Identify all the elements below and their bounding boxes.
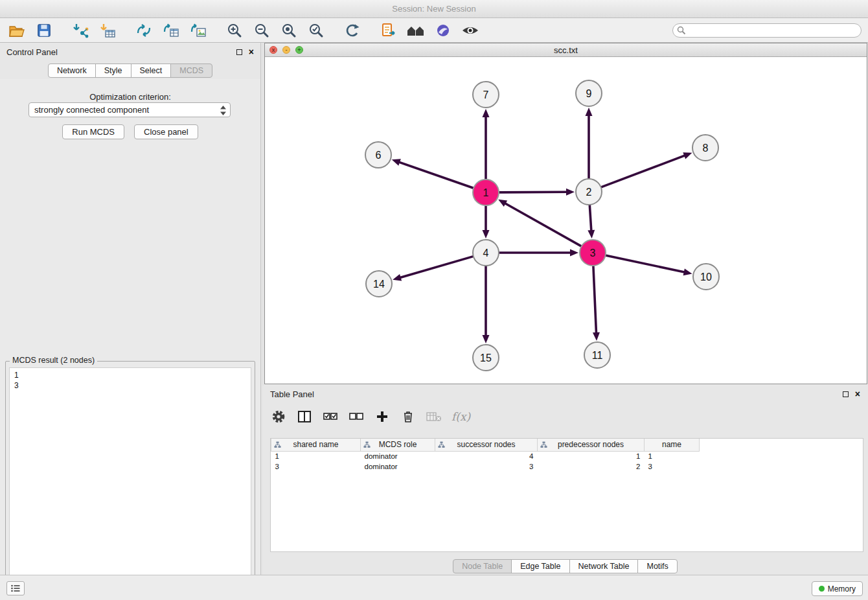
cell-shared-name[interactable]: 3	[271, 461, 361, 472]
clone-network-icon[interactable]	[161, 21, 181, 40]
window-close-icon[interactable]: x	[269, 46, 277, 54]
cell-predecessor-nodes[interactable]: 1	[538, 451, 645, 461]
cell-successor-nodes[interactable]: 3	[435, 461, 538, 472]
graph-node-label: 9	[586, 88, 592, 99]
tab-network-table[interactable]: Network Table	[569, 559, 639, 573]
show-hide-icon[interactable]	[460, 21, 481, 40]
mcds-result-item[interactable]: 1	[14, 370, 246, 380]
export-image-icon[interactable]	[188, 21, 209, 40]
graph-edge-arrow	[483, 109, 490, 117]
graph-edge-arrow	[593, 332, 600, 341]
graph-edge[interactable]	[499, 192, 567, 192]
select-all-icon[interactable]	[322, 408, 339, 425]
optimization-select[interactable]: strongly connected component	[29, 102, 231, 117]
status-bar: Memory	[0, 575, 868, 600]
cell-shared-name[interactable]: 1	[271, 451, 361, 461]
close-panel-button[interactable]: Close panel	[134, 124, 198, 139]
graph-edge[interactable]	[606, 255, 685, 272]
cell-successor-nodes[interactable]: 4	[435, 451, 538, 461]
toolbar-search-input[interactable]	[672, 23, 862, 38]
tab-network[interactable]: Network	[48, 63, 96, 78]
cell-predecessor-nodes[interactable]: 2	[538, 461, 645, 472]
control-panel-tabs: Network Style Select MCDS	[0, 63, 260, 78]
graph-node-label: 4	[483, 248, 489, 259]
column-header-shared-name[interactable]: shared name	[271, 439, 361, 451]
memory-label: Memory	[828, 584, 856, 594]
window-title: Session: New Session	[392, 4, 475, 14]
add-column-icon[interactable]	[374, 408, 391, 425]
node-table[interactable]: shared name MCDS role successor nodes pr…	[270, 438, 863, 552]
graph-node-label: 11	[592, 350, 603, 361]
cell-mcds-role[interactable]: dominator	[361, 461, 435, 472]
graph-edge[interactable]	[593, 266, 597, 334]
vizmapper-icon[interactable]	[433, 21, 453, 40]
close-panel-icon[interactable]: ×	[855, 389, 860, 398]
cell-name[interactable]: 3	[645, 461, 700, 472]
first-neighbors-icon[interactable]	[133, 21, 154, 40]
delete-table-icon[interactable]	[426, 408, 442, 425]
import-table-icon[interactable]	[97, 21, 118, 40]
zoom-out-icon[interactable]	[251, 21, 272, 40]
function-builder-icon[interactable]: f(x)	[451, 410, 470, 423]
network-analyzer-icon[interactable]	[405, 21, 426, 40]
mcds-result-list[interactable]: 1 3	[9, 367, 251, 597]
deselect-all-icon[interactable]	[348, 408, 365, 425]
mcds-panel-body: Optimization criterion: strongly connect…	[0, 79, 260, 575]
graph-edge[interactable]	[398, 162, 473, 188]
gear-icon[interactable]	[270, 408, 287, 425]
tab-edge-table[interactable]: Edge Table	[511, 559, 569, 573]
table-row[interactable]: 1 dominator 4 1 1	[271, 451, 700, 461]
table-panel-title: Table Panel	[270, 389, 314, 399]
float-panel-icon[interactable]	[236, 49, 242, 55]
network-window-title: scc.txt	[554, 45, 578, 55]
tab-select[interactable]: Select	[131, 63, 172, 78]
column-type-icon	[363, 441, 371, 448]
zoom-fit-icon[interactable]	[279, 21, 299, 40]
delete-column-icon[interactable]	[400, 408, 417, 425]
window-minimize-icon[interactable]: -	[282, 46, 290, 54]
zoom-selected-icon[interactable]	[306, 21, 326, 40]
run-mcds-button[interactable]: Run MCDS	[62, 124, 124, 139]
column-header-successor-nodes[interactable]: successor nodes	[435, 439, 538, 451]
columns-icon[interactable]	[296, 408, 313, 425]
float-panel-icon[interactable]	[843, 391, 849, 397]
copy-network-icon[interactable]	[378, 21, 399, 40]
network-window-titlebar[interactable]: x - + scc.txt	[265, 43, 867, 57]
cell-mcds-role[interactable]: dominator	[361, 451, 435, 461]
mcds-result-item[interactable]: 3	[14, 380, 246, 391]
memory-button[interactable]: Memory	[812, 581, 863, 596]
column-header-predecessor-nodes[interactable]: predecessor nodes	[538, 439, 645, 451]
graph-edge[interactable]	[602, 156, 685, 187]
graph-edge[interactable]	[400, 257, 473, 278]
column-header-mcds-role[interactable]: MCDS role	[361, 439, 435, 451]
open-file-icon[interactable]	[6, 21, 27, 40]
zoom-in-icon[interactable]	[224, 21, 245, 40]
tab-node-table[interactable]: Node Table	[453, 559, 512, 573]
graph-node-label: 14	[373, 279, 385, 290]
column-type-icon	[540, 441, 547, 448]
column-type-icon	[438, 441, 445, 448]
optimization-select-value: strongly connected component	[34, 105, 149, 115]
table-row[interactable]: 3 dominator 3 2 3	[271, 461, 700, 472]
table-toolbar: f(x)	[270, 405, 470, 428]
window-maximize-icon[interactable]: +	[295, 46, 303, 54]
tab-motifs[interactable]: Motifs	[637, 559, 677, 573]
graph-edge[interactable]	[589, 205, 591, 231]
save-session-icon[interactable]	[34, 21, 54, 40]
tab-mcds[interactable]: MCDS	[170, 63, 212, 78]
graph-node-label: 2	[586, 187, 592, 198]
refresh-layout-icon[interactable]	[342, 21, 363, 40]
graph-edge-arrow	[392, 159, 401, 165]
cell-name[interactable]: 1	[645, 451, 700, 461]
graph-edge-arrow	[483, 335, 490, 343]
tab-style[interactable]: Style	[95, 63, 131, 78]
table-header-row: shared name MCDS role successor nodes pr…	[271, 439, 700, 451]
column-header-name[interactable]: name	[645, 439, 700, 451]
graph-edge[interactable]	[505, 203, 581, 246]
graph-edge-arrow	[566, 189, 575, 196]
close-panel-icon[interactable]: ×	[249, 47, 254, 56]
network-graph[interactable]: 7968124314101511	[265, 57, 867, 384]
import-network-icon[interactable]	[70, 21, 91, 40]
task-history-button[interactable]	[6, 581, 25, 595]
graph-node-label: 15	[480, 352, 492, 363]
